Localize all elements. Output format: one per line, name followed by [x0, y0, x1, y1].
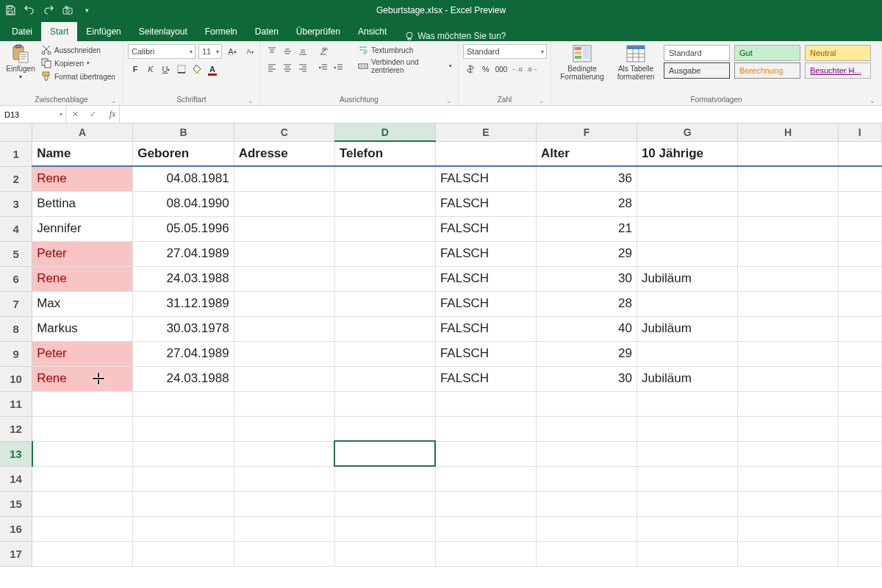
- cell[interactable]: [738, 466, 838, 491]
- cell[interactable]: [334, 391, 435, 416]
- cell[interactable]: [838, 241, 881, 266]
- cell-age[interactable]: 29: [537, 241, 637, 266]
- cell-jubilee[interactable]: [637, 216, 737, 241]
- column-header-B[interactable]: B: [133, 123, 234, 141]
- cell[interactable]: [32, 441, 133, 466]
- percent-format-button[interactable]: %: [478, 62, 493, 76]
- cell-born[interactable]: 24.03.1988: [133, 366, 234, 391]
- cell-e[interactable]: FALSCH: [435, 216, 536, 241]
- bold-button[interactable]: F: [128, 62, 143, 76]
- cell-age[interactable]: 28: [537, 291, 637, 316]
- cell-name[interactable]: Peter: [32, 341, 133, 366]
- cell[interactable]: [838, 216, 881, 241]
- cell-name[interactable]: Markus: [32, 316, 133, 341]
- enter-formula-button[interactable]: ✓: [84, 110, 101, 119]
- cell[interactable]: [838, 166, 881, 191]
- cell-phone[interactable]: [334, 166, 435, 191]
- row-header-8[interactable]: 8: [0, 316, 32, 341]
- row-header-16[interactable]: 16: [0, 516, 32, 541]
- cell-name[interactable]: Bettina: [32, 191, 133, 216]
- row-header-14[interactable]: 14: [0, 466, 32, 491]
- cell-jubilee[interactable]: [637, 341, 737, 366]
- cell-e[interactable]: FALSCH: [435, 241, 536, 266]
- redo-icon[interactable]: [43, 4, 54, 16]
- cell[interactable]: [133, 491, 234, 516]
- cell[interactable]: [334, 516, 435, 541]
- cell-e[interactable]: FALSCH: [435, 266, 536, 291]
- cell[interactable]: [133, 416, 234, 441]
- cell-age[interactable]: 30: [537, 266, 637, 291]
- row-header-3[interactable]: 3: [0, 191, 32, 216]
- cell[interactable]: [234, 516, 334, 541]
- cell[interactable]: [133, 441, 234, 466]
- cell[interactable]: [738, 291, 838, 316]
- align-middle-button[interactable]: [280, 44, 295, 59]
- cell[interactable]: [637, 416, 737, 441]
- cell-address[interactable]: [234, 266, 334, 291]
- cell-phone[interactable]: [334, 191, 435, 216]
- underline-button[interactable]: U▾: [159, 62, 173, 76]
- cell[interactable]: [838, 516, 881, 541]
- tab-data[interactable]: Daten: [246, 22, 287, 41]
- increase-indent-button[interactable]: [331, 60, 346, 75]
- cell-phone[interactable]: [334, 291, 435, 316]
- cell-jubilee[interactable]: Jubiläum: [637, 366, 737, 391]
- cell[interactable]: [234, 491, 334, 516]
- cell[interactable]: [435, 441, 536, 466]
- align-left-button[interactable]: [265, 60, 279, 75]
- header-cell[interactable]: Name: [32, 141, 133, 166]
- cell[interactable]: [738, 516, 838, 541]
- header-cell[interactable]: [838, 141, 881, 166]
- cell[interactable]: [133, 391, 234, 416]
- cell-name[interactable]: Rene: [32, 266, 133, 291]
- tab-review[interactable]: Überprüfen: [287, 22, 349, 41]
- cell[interactable]: [435, 391, 536, 416]
- cell[interactable]: [234, 416, 334, 441]
- spreadsheet-grid[interactable]: ABCDEFGHI1NameGeborenAdresseTelefonAlter…: [0, 123, 882, 567]
- align-bottom-button[interactable]: [295, 44, 310, 59]
- tab-formulas[interactable]: Formeln: [196, 22, 246, 41]
- cell[interactable]: [738, 166, 838, 191]
- decrease-font-button[interactable]: A▾: [243, 44, 257, 59]
- cell-born[interactable]: 30.03.1978: [133, 316, 234, 341]
- cell[interactable]: [32, 466, 133, 491]
- cell-name[interactable]: Jennifer: [32, 216, 133, 241]
- cell[interactable]: [435, 516, 536, 541]
- row-header-4[interactable]: 4: [0, 216, 32, 241]
- cell[interactable]: [133, 466, 234, 491]
- cell[interactable]: [637, 391, 737, 416]
- tab-file[interactable]: Datei: [3, 22, 41, 41]
- font-color-button[interactable]: A: [205, 62, 220, 76]
- cell[interactable]: [738, 191, 838, 216]
- cell[interactable]: [435, 491, 536, 516]
- cell[interactable]: [637, 491, 737, 516]
- cancel-formula-button[interactable]: ✕: [66, 110, 84, 119]
- insert-function-button[interactable]: fx: [101, 109, 119, 120]
- undo-icon[interactable]: [24, 4, 35, 16]
- cell-style-standard[interactable]: Standard: [664, 45, 730, 61]
- merge-center-button[interactable]: Verbinden und zentrieren ▾: [356, 57, 453, 75]
- cell[interactable]: [32, 416, 133, 441]
- cell[interactable]: [234, 441, 334, 466]
- cell-style-good[interactable]: Gut: [734, 45, 800, 61]
- cell[interactable]: [738, 316, 838, 341]
- column-header-C[interactable]: C: [234, 123, 334, 141]
- cell-address[interactable]: [234, 191, 334, 216]
- tab-layout[interactable]: Seitenlayout: [130, 22, 196, 41]
- row-header-5[interactable]: 5: [0, 241, 32, 266]
- border-button[interactable]: [174, 62, 189, 76]
- row-header-17[interactable]: 17: [0, 541, 32, 566]
- cell-name[interactable]: Max: [32, 291, 133, 316]
- fill-color-button[interactable]: [190, 62, 204, 76]
- cell-age[interactable]: 29: [537, 341, 637, 366]
- cell-style-neutral[interactable]: Neutral: [805, 45, 871, 61]
- cell-born[interactable]: 27.04.1989: [133, 341, 234, 366]
- cell[interactable]: [334, 466, 435, 491]
- header-cell[interactable]: Geboren: [133, 141, 234, 166]
- row-header-6[interactable]: 6: [0, 266, 32, 291]
- cell[interactable]: [637, 441, 737, 466]
- cell[interactable]: [838, 491, 881, 516]
- cell[interactable]: [435, 466, 536, 491]
- header-cell[interactable]: [435, 141, 536, 166]
- cell-phone[interactable]: [334, 366, 435, 391]
